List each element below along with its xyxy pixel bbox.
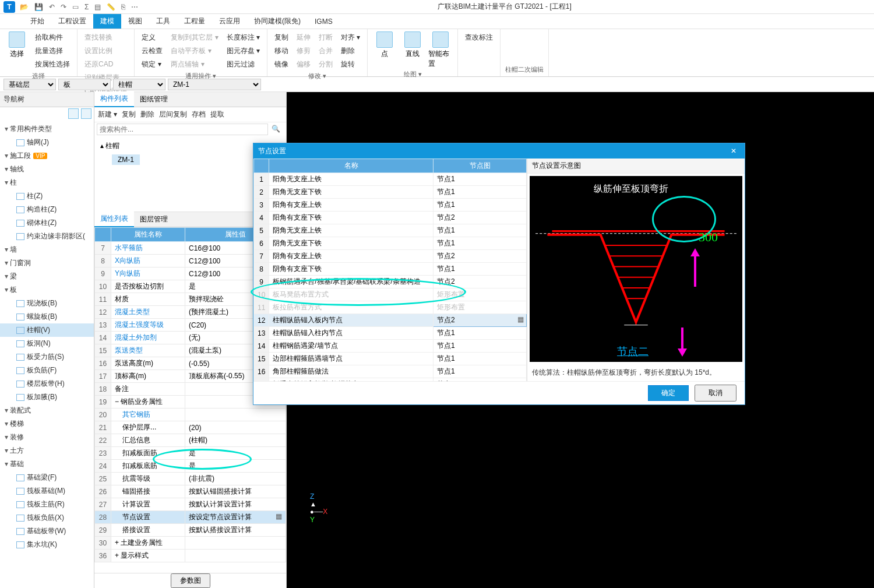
cancel-button[interactable]: 取消 (695, 385, 736, 402)
prop-row[interactable]: 29 搭接设置按默认搭接设置计算 (95, 524, 286, 537)
prop-row[interactable]: 21 保护层厚...(20) (95, 421, 286, 434)
nav-item[interactable]: 板加腋(B) (0, 390, 94, 404)
node-row[interactable]: 14柱帽钢筋遇梁/墙节点节点1 (254, 340, 527, 353)
node-row[interactable]: 5阴角无支座上铁节点1 (254, 224, 527, 237)
nav-category[interactable]: 装配式 (0, 404, 94, 417)
ribbon-item[interactable]: 旋转 (339, 58, 362, 71)
component-search[interactable] (97, 124, 268, 135)
prop-row[interactable]: 28 节点设置按设定节点设置计算 ▦ (95, 511, 286, 524)
qat-save-icon[interactable]: 💾 (34, 3, 43, 11)
menu-tab-5[interactable]: 工程量 (177, 14, 212, 29)
node-row[interactable]: 6阴角无支座下铁节点1 (254, 237, 527, 250)
ribbon-item[interactable]: 拾取构件 (33, 31, 72, 44)
ribbon-item[interactable]: 图元存盘 ▾ (224, 45, 262, 57)
ribbon-item[interactable]: 查找替换 (82, 31, 129, 44)
nav-item[interactable]: 砌体柱(Z) (0, 216, 94, 230)
qat-layers-icon[interactable]: ▤ (94, 3, 101, 11)
node-row[interactable]: 16角部柱帽箍筋做法节点1 (254, 365, 527, 378)
ribbon-item[interactable]: 定义 (139, 31, 165, 44)
node-row[interactable]: 9板钢筋遇承台/独基/承台梁/基础联系梁/条基构造节点2 (254, 276, 527, 288)
check-annotation[interactable]: 查改标注 (463, 31, 495, 44)
nav-item[interactable]: 筏板主筋(R) (0, 498, 94, 511)
complist-tool[interactable]: 新建 ▾ (98, 110, 117, 119)
menu-tab-2[interactable]: 建模 (93, 14, 121, 29)
qat-open-icon[interactable]: 📂 (20, 3, 29, 11)
category-combo[interactable]: 板 (58, 79, 111, 90)
prop-tab[interactable]: 图层管理 (134, 212, 174, 227)
complist-tool[interactable]: 提取 (210, 110, 224, 119)
dialog-close-icon[interactable]: ✕ (727, 147, 740, 155)
qat-more-icon[interactable]: ⋯ (131, 3, 138, 11)
ribbon-item[interactable]: 偏移 (294, 58, 313, 71)
menu-tab-3[interactable]: 视图 (121, 14, 149, 29)
complist-tab[interactable]: 图纸管理 (134, 92, 174, 107)
nav-item[interactable]: 板洞(N) (0, 337, 94, 350)
select-button[interactable]: 选择 (5, 31, 29, 59)
node-row[interactable]: 12柱帽纵筋锚入板内节点节点2 (254, 314, 527, 327)
nav-item[interactable]: 螺旋板(B) (0, 310, 94, 323)
nav-item[interactable]: 现浇板(B) (0, 297, 94, 310)
complist-tool[interactable]: 存档 (192, 110, 206, 119)
nav-category[interactable]: 门窗洞 (0, 256, 94, 270)
nav-category[interactable]: 土方 (0, 444, 94, 457)
component-tree-item[interactable]: ZM-1 (112, 154, 140, 165)
param-diagram-button[interactable]: 参数图 (171, 573, 210, 588)
node-row[interactable]: 11板拉筋布置方式矩形布置 (254, 301, 527, 314)
menu-tab-1[interactable]: 工程设置 (51, 14, 93, 29)
menu-tab-8[interactable]: IGMS (308, 15, 340, 28)
prop-row[interactable]: 36+ 显示样式 (95, 550, 286, 562)
nav-category[interactable]: 楼梯 (0, 417, 94, 431)
prop-row[interactable]: 27 计算设置按默认计算设置计算 (95, 498, 286, 511)
ribbon-item[interactable]: 合并 (316, 45, 335, 57)
complist-tool[interactable]: 复制 (122, 110, 136, 119)
nav-category[interactable]: 施工段VIP (0, 149, 94, 163)
node-row[interactable]: 7阴角有支座上铁节点2 (254, 250, 527, 263)
nav-item[interactable]: 板受力筋(S) (0, 350, 94, 364)
nav-view2-icon[interactable] (81, 108, 91, 119)
ribbon-item[interactable]: 分割 (316, 58, 335, 71)
node-row[interactable]: 13柱帽纵筋锚入柱内节点节点1 (254, 327, 527, 340)
node-row[interactable]: 15边部柱帽箍筋遇墙节点节点1 (254, 353, 527, 365)
ribbon-item[interactable]: 镜像 (272, 58, 291, 71)
menu-tab-4[interactable]: 工具 (149, 14, 177, 29)
search-icon[interactable]: 🔍 (268, 124, 284, 135)
ribbon-item[interactable]: 打断 (316, 31, 335, 44)
ribbon-item[interactable]: 长度标注 ▾ (224, 31, 262, 44)
nav-category[interactable]: 常用构件类型 (0, 122, 94, 136)
subcategory-combo[interactable]: 柱帽 (113, 79, 165, 90)
node-row[interactable]: 2阳角无支座下铁节点1 (254, 186, 527, 199)
ribbon-item[interactable]: 设置比例 (82, 45, 129, 57)
ribbon-draw-item[interactable]: 智能布置 (428, 31, 453, 69)
ribbon-item[interactable]: 两点辅轴 ▾ (168, 58, 220, 71)
ribbon-item[interactable]: 图元过滤 (224, 58, 262, 71)
nav-item[interactable]: 筏板负筋(X) (0, 511, 94, 524)
ribbon-item[interactable]: 还原CAD (82, 58, 129, 71)
nav-view1-icon[interactable] (68, 108, 79, 119)
nav-category[interactable]: 板 (0, 283, 94, 297)
qat-ruler-icon[interactable]: 📏 (107, 3, 115, 11)
node-row[interactable]: 8阴角有支座下铁节点1 (254, 263, 527, 276)
nav-item[interactable]: 约束边缘非阴影区( (0, 230, 94, 243)
prop-row[interactable]: 25 抗震等级(非抗震) (95, 473, 286, 485)
nav-item[interactable]: 轴网(J) (0, 136, 94, 149)
ribbon-item[interactable]: 按属性选择 (33, 58, 72, 71)
prop-row[interactable]: 26 锚固搭接按默认锚固搭接计算 (95, 485, 286, 498)
ribbon-draw-item[interactable]: 点 (372, 31, 397, 59)
node-row[interactable]: 1阳角无支座上铁节点1 (254, 173, 527, 186)
ribbon-item[interactable]: 批量选择 (33, 45, 72, 57)
node-row[interactable]: 3阳角有支座上铁节点1 (254, 199, 527, 212)
node-row[interactable]: 4阳角有支座下铁节点2 (254, 212, 527, 224)
complist-tool[interactable]: 删除 (140, 110, 154, 119)
prop-row[interactable]: 24 扣减板底筋是 (95, 460, 286, 473)
prop-row[interactable]: 22 汇总信息(柱帽) (95, 434, 286, 447)
menu-tab-7[interactable]: 协同建模(限免) (247, 14, 308, 29)
nav-item[interactable]: 构造柱(Z) (0, 203, 94, 216)
ribbon-item[interactable]: 自动平齐板 ▾ (168, 45, 220, 57)
nav-category[interactable]: 装修 (0, 431, 94, 444)
menu-tab-6[interactable]: 云应用 (212, 14, 247, 29)
qat-undo-icon[interactable]: ↶ (49, 3, 55, 11)
ribbon-item[interactable]: 云检查 (139, 45, 165, 57)
ribbon-item[interactable]: 修剪 (294, 45, 313, 57)
prop-tab[interactable]: 属性列表 (94, 212, 134, 227)
floor-combo[interactable]: 基础层 (3, 79, 56, 90)
